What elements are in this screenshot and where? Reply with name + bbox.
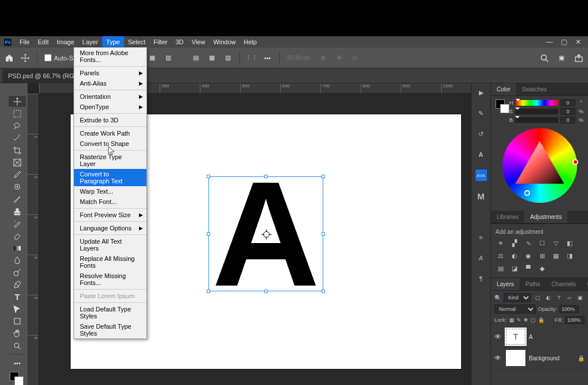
menu-item-more-from-adobe-fonts-[interactable]: More from Adobe Fonts...	[74, 48, 146, 65]
eyedropper-tool[interactable]	[9, 170, 26, 180]
marquee-tool[interactable]	[9, 108, 26, 119]
eraser-tool[interactable]	[9, 230, 26, 241]
menu-item-update-all-text-layers[interactable]: Update All Text Layers	[74, 236, 146, 253]
menu-item-warp-text-[interactable]: Warp Text...	[74, 186, 146, 197]
menu-item-convert-to-shape[interactable]: Convert to Shape	[74, 138, 146, 149]
type-tool[interactable]: T	[9, 291, 26, 302]
exposure-icon[interactable]: ☐	[537, 238, 547, 248]
tab-libraries[interactable]: Libraries	[491, 211, 524, 223]
hsb-row-s[interactable]: S%	[509, 108, 585, 115]
blend-mode-select[interactable]: Normal	[494, 305, 536, 314]
lock-position-icon[interactable]: ✥	[524, 317, 528, 323]
blur-tool[interactable]	[9, 255, 26, 265]
pen-tool[interactable]	[9, 279, 26, 290]
workspace-icon[interactable]: ▣	[557, 53, 566, 63]
menu-item-convert-to-paragraph-text[interactable]: Convert to Paragraph Text	[74, 169, 146, 186]
healing-tool[interactable]	[9, 182, 26, 192]
filter-pixel-icon[interactable]: ▢	[535, 295, 541, 301]
lock-transparency-icon[interactable]: ▦	[509, 317, 514, 323]
menu-type[interactable]: Type	[102, 36, 124, 48]
align-bottom-icon[interactable]: ▥	[223, 53, 233, 63]
character-panel-icon[interactable]: A	[475, 149, 487, 160]
filter-adjust-icon[interactable]: ◐	[545, 295, 552, 301]
lock-artboard-icon[interactable]: ▢	[531, 317, 536, 323]
foreground-background-swatch[interactable]	[496, 99, 505, 109]
move-tool-icon[interactable]	[21, 53, 30, 63]
zoom-tool[interactable]	[9, 340, 26, 351]
menu-item-extrude-to-d[interactable]: Extrude to 3D	[74, 115, 146, 125]
brush-panel-icon[interactable]: ✎	[475, 107, 487, 119]
filter-smart-icon[interactable]: ▣	[577, 295, 583, 301]
align-vcenter-icon[interactable]: ▦	[207, 53, 216, 63]
visibility-icon[interactable]: 👁	[494, 354, 502, 362]
menu-edit[interactable]: Edit	[34, 36, 53, 48]
menu-layer[interactable]: Layer	[78, 36, 102, 48]
menu-3d[interactable]: 3D	[172, 36, 188, 48]
distribute-icon[interactable]: ⋮⋮	[247, 53, 256, 63]
menu-item-language-options[interactable]: Language Options▶	[74, 223, 146, 233]
transform-bounds[interactable]	[208, 176, 323, 291]
history-panel-icon[interactable]: ↺	[475, 128, 487, 140]
invert-icon[interactable]: ◨	[564, 251, 575, 260]
menu-view[interactable]: View	[188, 36, 210, 48]
menu-item-resolve-missing-fonts-[interactable]: Resolve Missing Fonts...	[74, 271, 146, 288]
menu-item-match-font-[interactable]: Match Font...	[74, 197, 146, 207]
layer-row[interactable]: 👁TA	[491, 326, 588, 348]
align-right-icon[interactable]: ▥	[164, 53, 173, 63]
brightness-icon[interactable]: ☀	[496, 238, 506, 248]
3d-orbit-icon[interactable]: ⊕	[318, 53, 327, 63]
filter-shape-icon[interactable]: ▱	[566, 295, 573, 301]
menu-item-orientation[interactable]: Orientation▶	[74, 91, 146, 102]
opacity-field[interactable]	[559, 305, 579, 313]
lock-pixels-icon[interactable]: ✎	[517, 317, 521, 323]
menu-item-create-work-path[interactable]: Create Work Path	[74, 128, 146, 138]
3d-zoom-icon[interactable]: ◎	[350, 53, 359, 63]
menu-item-rasterize-type-layer[interactable]: Rasterize Type Layer	[74, 152, 146, 169]
selective-color-icon[interactable]: ◆	[537, 264, 547, 273]
gradient-tool[interactable]	[9, 242, 26, 253]
crop-tool[interactable]	[9, 145, 26, 156]
layer-row[interactable]: 👁Background🔒	[491, 348, 588, 369]
levels-icon[interactable]: ▞	[509, 238, 520, 248]
lasso-tool[interactable]	[9, 121, 26, 132]
menu-item-panels[interactable]: Panels▶	[74, 68, 146, 78]
tab-gradients[interactable]: Gradients	[582, 278, 588, 290]
tab-channels[interactable]: Channels	[546, 278, 582, 290]
history-brush-tool[interactable]	[9, 218, 26, 229]
minimize-icon[interactable]: —	[546, 38, 553, 46]
swatch-toggle[interactable]	[10, 372, 25, 385]
hand-tool[interactable]	[9, 328, 26, 339]
paragraph-style-icon[interactable]: ≡	[475, 232, 487, 243]
ava-badge[interactable]: AVA	[475, 170, 487, 181]
hue-icon[interactable]: ◧	[564, 238, 575, 248]
play-icon[interactable]: ▶	[475, 87, 487, 98]
tab-paths[interactable]: Paths	[520, 278, 546, 290]
threshold-icon[interactable]: ◪	[509, 264, 520, 273]
tab-layers[interactable]: Layers	[491, 278, 520, 290]
menu-file[interactable]: File	[16, 36, 34, 48]
lock-all-icon[interactable]: 🔒	[538, 317, 544, 323]
fill-field[interactable]	[565, 316, 585, 324]
3d-pan-icon[interactable]: ✥	[334, 53, 343, 63]
lookup-icon[interactable]: ▦	[551, 251, 561, 260]
menu-window[interactable]: Window	[209, 36, 239, 48]
menu-item-save-default-type-styles[interactable]: Save Default Type Styles	[74, 321, 146, 338]
shape-tool[interactable]	[9, 316, 26, 327]
menu-item-anti-alias[interactable]: Anti-Alias▶	[74, 78, 146, 88]
dodge-tool[interactable]	[9, 267, 26, 278]
menu-filter[interactable]: Filter	[149, 36, 171, 48]
close-icon[interactable]: ✕	[575, 38, 581, 46]
gradient-map-icon[interactable]: ▀	[523, 264, 533, 273]
stamp-tool[interactable]	[9, 206, 26, 217]
hsb-row-b[interactable]: B%	[509, 117, 585, 124]
color-wheel[interactable]	[502, 128, 577, 203]
menu-image[interactable]: Image	[53, 36, 79, 48]
frame-tool[interactable]	[9, 157, 26, 168]
edit-toolbar-icon[interactable]: •••	[9, 357, 26, 368]
photo-filter-icon[interactable]: ◉	[523, 251, 533, 260]
visibility-icon[interactable]: 👁	[494, 333, 502, 341]
path-tool[interactable]	[9, 303, 26, 314]
tab-color[interactable]: Color	[491, 83, 516, 95]
colorbalance-icon[interactable]: ⚖	[496, 251, 506, 260]
tab-swatches[interactable]: Swatches	[516, 83, 552, 95]
